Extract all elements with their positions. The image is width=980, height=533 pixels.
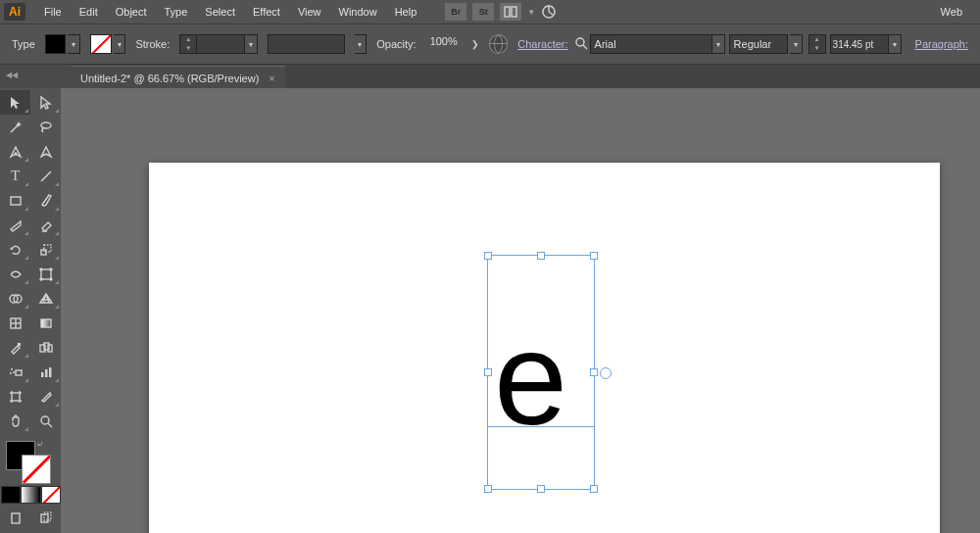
options-bar: Type ▾ ▾ Stroke: ▲▼ ▾ ▾ Opacity: 100% ❯ … [0,24,980,65]
text-outport-icon[interactable] [600,367,612,379]
scale-tool[interactable] [30,237,61,262]
menu-edit[interactable]: Edit [71,6,107,18]
svg-rect-26 [18,343,21,346]
stroke-weight-field[interactable] [197,34,245,54]
baseline-indicator [488,426,594,427]
handle-bottom-middle[interactable] [537,485,545,493]
shaper-tool[interactable] [0,213,30,237]
font-style-field[interactable]: Regular [729,34,788,54]
handle-bottom-left[interactable] [484,485,492,493]
magic-wand-tool[interactable] [0,115,30,139]
stroke-color-dropdown[interactable]: ▾ [114,34,126,54]
svg-rect-11 [44,245,51,252]
stock-icon[interactable]: St [472,3,494,21]
menu-select[interactable]: Select [196,6,244,18]
font-style-value: Regular [734,38,772,50]
eyedropper-tool[interactable] [0,335,30,360]
svg-line-4 [11,124,19,132]
svg-rect-36 [49,367,52,377]
slice-tool[interactable] [30,384,61,409]
stroke-weight-dropdown[interactable]: ▾ [245,34,258,54]
eraser-tool[interactable] [30,213,61,237]
draw-normal-mode[interactable] [0,506,30,530]
arrange-documents-icon[interactable] [500,3,521,21]
curvature-tool[interactable] [30,139,61,164]
stroke-swatch[interactable] [22,455,51,484]
canvas[interactable]: e [61,88,980,533]
handle-middle-right[interactable] [590,368,598,376]
zoom-tool[interactable] [30,409,61,433]
character-panel-link[interactable]: Character: [517,38,567,50]
lasso-tool[interactable] [30,115,61,139]
hand-tool[interactable] [0,409,30,433]
svg-point-32 [10,372,12,374]
gradient-tool[interactable] [30,311,61,335]
color-mode-gradient[interactable] [21,486,40,504]
fill-color-swatch[interactable] [45,34,67,54]
font-style-dropdown[interactable]: ▾ [790,34,803,54]
opacity-value[interactable]: 100% [426,35,469,53]
toolbox-collapse-handle[interactable]: ◀◀ [0,63,76,86]
shape-builder-tool[interactable] [0,286,30,311]
close-tab-icon[interactable]: × [269,73,274,84]
bridge-icon[interactable]: Br [445,3,466,21]
handle-top-middle[interactable] [537,252,545,260]
stroke-color-swatch[interactable] [90,34,112,54]
free-transform-tool[interactable] [30,262,61,286]
swap-fill-stroke-icon[interactable]: ⤾ [36,439,44,449]
font-size-stepper[interactable]: ▲▼ [808,34,826,54]
handle-bottom-right[interactable] [590,485,598,493]
rectangle-tool[interactable] [0,188,30,213]
workspace-switcher[interactable]: Web [941,6,962,18]
font-size-field[interactable]: 314.45 pt [830,34,889,54]
handle-middle-left[interactable] [484,368,492,376]
font-family-field[interactable]: Arial [590,34,712,54]
menu-help[interactable]: Help [386,6,426,18]
chevron-down-icon[interactable]: ▼ [527,8,535,17]
mesh-tool[interactable] [0,311,30,335]
handle-top-left[interactable] [484,252,492,260]
opacity-label: Opacity: [376,38,416,50]
handle-top-right[interactable] [590,252,598,260]
opacity-dropdown[interactable]: ❯ [469,39,481,49]
document-tab-bar: Untitled-2* @ 66.67% (RGB/Preview) × [71,65,980,90]
text-content[interactable]: e [494,280,567,479]
menu-file[interactable]: File [35,6,71,18]
brush-definition[interactable] [268,34,344,54]
selection-tool[interactable] [0,90,30,115]
document-tab[interactable]: Untitled-2* @ 66.67% (RGB/Preview) × [71,66,285,90]
paintbrush-tool[interactable] [30,188,61,213]
recolor-artwork-icon[interactable] [489,34,509,54]
menu-window[interactable]: Window [330,6,386,18]
gpu-preview-icon[interactable] [541,4,557,20]
artboard-tool[interactable] [0,384,30,409]
draw-behind-mode[interactable] [30,506,61,530]
symbol-sprayer-tool[interactable] [0,360,30,384]
menu-view[interactable]: View [289,6,330,18]
paragraph-panel-link[interactable]: Paragraph: [915,38,968,50]
type-tool[interactable]: T [0,164,30,188]
font-search-icon[interactable] [572,35,590,53]
color-mode-none[interactable] [41,486,61,504]
font-family-dropdown[interactable]: ▾ [712,34,725,54]
stroke-weight-stepper[interactable]: ▲▼ [179,34,197,54]
menu-type[interactable]: Type [156,6,197,18]
font-size-dropdown[interactable]: ▾ [889,34,902,54]
text-frame-selection[interactable]: e [487,255,595,490]
pen-tool[interactable] [0,139,30,164]
svg-point-33 [13,371,15,373]
svg-rect-35 [45,369,48,377]
menu-effect[interactable]: Effect [244,6,289,18]
color-mode-solid[interactable] [1,486,21,504]
direct-selection-tool[interactable] [30,90,61,115]
width-tool[interactable] [0,262,30,286]
menu-object[interactable]: Object [107,6,156,18]
column-graph-tool[interactable] [30,360,61,384]
svg-point-2 [576,38,584,46]
perspective-grid-tool[interactable] [30,286,61,311]
line-segment-tool[interactable] [30,164,61,188]
fill-color-dropdown[interactable]: ▾ [68,34,80,54]
brush-definition-dropdown[interactable]: ▾ [355,34,368,54]
rotate-tool[interactable] [0,237,30,262]
blend-tool[interactable] [30,335,61,360]
